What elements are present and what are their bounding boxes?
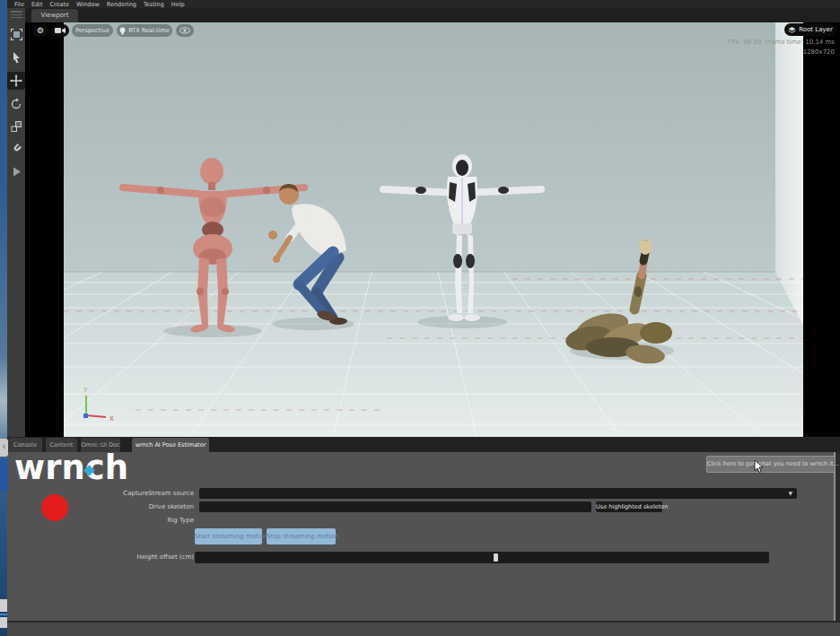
play-button-icon[interactable] [9,164,23,179]
drive-skeleton-field[interactable] [199,501,591,512]
drive-skeleton-label: Drive skeleton [36,502,194,512]
menu-file[interactable]: File [14,1,24,8]
background-window-fragment [0,614,7,615]
menu-testing[interactable]: Testing [144,1,164,8]
resolution-stats: 1280x720 [803,48,835,56]
wrnch-help-button[interactable]: Click here to get what you need to wrnch… [706,456,836,473]
root-layer-button[interactable]: Root Layer [784,23,836,36]
move-tool-icon[interactable] [7,72,25,90]
app-window: File Edit Create Window Rendering Testin… [0,0,840,636]
menu-window[interactable]: Window [76,1,100,8]
scene-room [64,22,803,437]
mouse-cursor [754,460,765,475]
capture-stream-dropdown[interactable]: ▼ [199,488,797,499]
stop-streaming-button[interactable]: Stop streaming motion [267,528,336,545]
eye-icon [179,27,190,34]
window-bottom-strip [7,623,840,636]
wrnch-logo-text: wrnch [14,449,128,487]
scale-tool-icon[interactable] [9,119,23,134]
window-right-border [836,452,840,636]
snap-magnet-icon[interactable] [9,142,23,156]
viewport-3d-scene[interactable]: Y X [64,22,803,437]
menu-rendering[interactable]: Rendering [107,1,136,8]
fps-stats: FPS: 98.59, Frame time: 10.14 ms [728,39,835,46]
wrnch-logo: wrnch [14,449,128,487]
perspective-button[interactable]: Perspective [72,24,113,37]
rtx-realtime-button[interactable]: RTX Real-time [117,24,172,37]
tab-viewport[interactable]: Viewport [31,9,78,22]
viewport-settings-button[interactable]: ⚙ [32,24,48,37]
toolbar-drag-handle[interactable] [11,11,22,18]
rotate-tool-icon[interactable] [9,97,23,111]
root-layer-label: Root Layer [799,26,833,33]
chevron-down-icon: ▼ [788,490,792,496]
cursor-tool-icon[interactable] [9,50,23,65]
background-window-fragment [0,458,8,491]
menu-help[interactable]: Help [171,1,185,8]
camera-button[interactable] [51,24,69,37]
height-offset-slider-handle[interactable] [494,553,498,562]
collapse-chevron-fragment: ‹ [0,439,8,457]
rig-type-label: Rig Type [36,516,194,526]
axis-y-label: Y [83,387,88,394]
menu-edit[interactable]: Edit [31,1,43,8]
background-window-fragment [0,617,7,628]
wrnch-panel [7,452,834,622]
select-mode-icon[interactable] [9,27,23,41]
camera-icon [55,27,66,34]
tab-wrnch-ai-pose-estimator[interactable]: wrnch AI Pose Estimator [132,438,209,452]
use-highlighted-skeleton-button[interactable]: Use highlighted skeleton [596,501,662,512]
axis-x-label: X [109,415,114,423]
gear-icon: ⚙ [37,26,44,35]
viewport-tab-bar [25,8,840,22]
perspective-label: Perspective [75,27,109,34]
rtx-label: RTX Real-time [128,27,170,34]
height-offset-slider[interactable] [195,552,769,563]
bulb-icon [119,27,126,35]
visibility-button[interactable] [176,24,194,37]
height-offset-label: Height offset (cm) [36,553,194,562]
capture-stream-label: CaptureStream source [36,489,194,499]
layers-icon [788,26,796,34]
menu-bar: File Edit Create Window Rendering Testin… [7,0,840,8]
menu-create[interactable]: Create [49,1,69,8]
start-streaming-button[interactable]: Start streaming motion [195,528,262,545]
background-window-fragment [0,599,7,612]
